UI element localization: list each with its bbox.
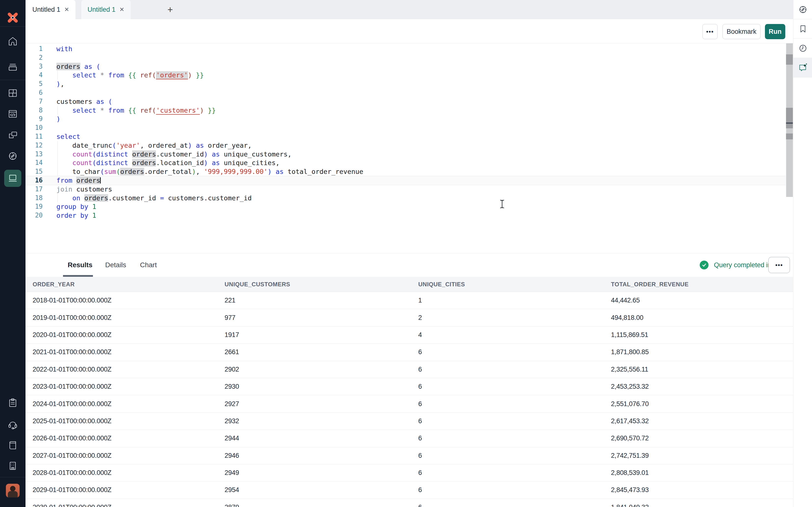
tab-untitled-2[interactable]: Untitled 1 ✕ <box>81 0 131 19</box>
table-row[interactable]: 2030-01-01T00:00:00.000Z287961,841,049.3… <box>26 499 812 507</box>
add-tab-button[interactable]: + <box>163 0 177 19</box>
code-line-5[interactable]: 5), <box>26 79 786 89</box>
code-line-8[interactable]: 8 select * from {{ ref('customers') }} <box>26 106 786 115</box>
table-row[interactable]: 2018-01-01T00:00:00.000Z221144,442.65 <box>26 292 812 309</box>
building-icon[interactable] <box>0 458 26 474</box>
code-window-icon[interactable] <box>0 106 26 122</box>
table-cell: 1,115,869.51 <box>611 331 812 339</box>
code-text: from orders <box>51 176 100 185</box>
tab-chart[interactable]: Chart <box>140 253 157 277</box>
active-tab-underline <box>63 275 93 277</box>
sql-editor[interactable]: 1with23orders as (4 select * from {{ ref… <box>26 43 786 253</box>
table-cell: 1 <box>418 297 611 304</box>
grid-icon[interactable] <box>0 85 26 101</box>
run-button[interactable]: Run <box>765 24 785 39</box>
table-cell: 494,818.00 <box>611 314 812 322</box>
line-number: 18 <box>26 194 51 203</box>
table-row[interactable]: 2020-01-01T00:00:00.000Z191741,115,869.5… <box>26 327 812 344</box>
code-line-1[interactable]: 1with <box>26 45 786 53</box>
clipboard-icon[interactable] <box>0 395 26 411</box>
compass-icon[interactable] <box>0 148 26 164</box>
magic-chat-icon[interactable] <box>793 58 812 77</box>
code-line-19[interactable]: 19group by 1 <box>26 202 786 211</box>
code-text: on orders.customer_id = customers.custom… <box>51 194 252 203</box>
code-line-2[interactable]: 2 <box>26 53 786 62</box>
code-line-20[interactable]: 20order by 1 <box>26 211 786 220</box>
code-line-12[interactable]: 12 date_trunc('year', ordered_at) as ord… <box>26 141 786 150</box>
code-text: select <box>51 132 81 141</box>
windows-icon[interactable] <box>0 127 26 143</box>
table-cell: 2661 <box>224 348 418 356</box>
code-line-3[interactable]: 3orders as ( <box>26 62 786 71</box>
table-row[interactable]: 2028-01-01T00:00:00.000Z294962,808,539.0… <box>26 464 812 482</box>
table-cell: 2018-01-01T00:00:00.000Z <box>33 297 224 304</box>
archive-icon[interactable] <box>0 59 26 75</box>
line-number: 9 <box>26 115 51 123</box>
table-cell: 977 <box>224 314 418 322</box>
column-header[interactable]: UNIQUE_CITIES <box>418 281 611 288</box>
table-row[interactable]: 2025-01-01T00:00:00.000Z293262,617,453.3… <box>26 413 812 430</box>
code-text: date_trunc('year', ordered_at) as order_… <box>51 141 252 150</box>
code-line-16[interactable]: 16from orders <box>26 176 786 185</box>
table-row[interactable]: 2022-01-01T00:00:00.000Z290262,325,556.1… <box>26 361 812 378</box>
bookmark-icon[interactable] <box>793 19 812 39</box>
code-line-17[interactable]: 17join customers <box>26 185 786 194</box>
table-cell: 2,808,539.01 <box>611 469 812 476</box>
column-header[interactable]: UNIQUE_CUSTOMERS <box>224 281 418 288</box>
user-avatar[interactable] <box>6 484 19 498</box>
code-line-15[interactable]: 15 to_char(sum(orders.order_total), '999… <box>26 167 786 176</box>
table-cell: 221 <box>224 297 418 304</box>
home-icon[interactable] <box>0 34 26 49</box>
table-cell: 2028-01-01T00:00:00.000Z <box>33 469 224 476</box>
column-header[interactable]: ORDER_YEAR <box>33 281 224 288</box>
table-cell: 2,617,453.32 <box>611 417 812 425</box>
code-line-18[interactable]: 18 on orders.customer_id = customers.cus… <box>26 194 786 203</box>
scrollbar-occurrence-mark <box>786 54 793 65</box>
tab-details[interactable]: Details <box>105 253 126 277</box>
tab-results[interactable]: Results <box>68 253 92 277</box>
code-text: ), <box>51 79 64 89</box>
more-options-button[interactable]: ••• <box>702 24 718 39</box>
table-row[interactable]: 2023-01-01T00:00:00.000Z293062,453,253.3… <box>26 378 812 395</box>
table-row[interactable]: 2027-01-01T00:00:00.000Z294662,742,751.3… <box>26 447 812 464</box>
results-more-button[interactable]: ••• <box>768 257 790 273</box>
compass-icon[interactable] <box>793 0 812 19</box>
table-row[interactable]: 2024-01-01T00:00:00.000Z292762,551,076.7… <box>26 395 812 412</box>
table-cell: 2927 <box>224 400 418 408</box>
table-cell: 44,442.65 <box>611 297 812 304</box>
code-text: to_char(sum(orders.order_total), '999,99… <box>51 167 363 176</box>
code-line-9[interactable]: 9) <box>26 115 786 123</box>
code-text: select * from {{ ref('orders') }} <box>51 71 204 79</box>
code-line-7[interactable]: 7customers as ( <box>26 97 786 106</box>
table-cell: 2029-01-01T00:00:00.000Z <box>33 486 224 494</box>
line-number: 17 <box>26 185 51 194</box>
code-line-13[interactable]: 13 count(distinct orders.customer_id) as… <box>26 150 786 159</box>
code-line-4[interactable]: 4 select * from {{ ref('orders') }} <box>26 71 786 79</box>
table-row[interactable]: 2021-01-01T00:00:00.000Z266161,871,800.8… <box>26 344 812 361</box>
table-row[interactable]: 2019-01-01T00:00:00.000Z9772494,818.00 <box>26 309 812 326</box>
code-line-14[interactable]: 14 count(distinct orders.location_id) as… <box>26 159 786 167</box>
hex-logo[interactable] <box>0 10 26 25</box>
close-icon[interactable]: ✕ <box>64 6 69 13</box>
table-cell: 2023-01-01T00:00:00.000Z <box>33 383 224 390</box>
results-table[interactable]: 2018-01-01T00:00:00.000Z221144,442.65201… <box>26 292 812 507</box>
code-text: join customers <box>51 185 112 194</box>
terminal-icon-active[interactable] <box>4 170 21 187</box>
close-icon[interactable]: ✕ <box>119 6 124 13</box>
scrollbar-cursor-mark <box>786 122 793 124</box>
code-line-10[interactable]: 10 <box>26 123 786 132</box>
line-number: 3 <box>26 62 51 71</box>
line-number: 12 <box>26 141 51 150</box>
tab-untitled-1[interactable]: Untitled 1 ✕ <box>26 0 75 19</box>
column-header[interactable]: TOTAL_ORDER_REVENUE <box>611 281 812 288</box>
table-row[interactable]: 2026-01-01T00:00:00.000Z294462,690,570.7… <box>26 430 812 447</box>
code-text: select * from {{ ref('customers') }} <box>51 106 216 115</box>
code-line-11[interactable]: 11select <box>26 132 786 141</box>
code-line-6[interactable]: 6 <box>26 89 786 97</box>
bookmark-button[interactable]: Bookmark <box>722 24 761 39</box>
headset-icon[interactable] <box>0 416 26 432</box>
history-clock-icon[interactable] <box>793 39 812 58</box>
table-cell: 6 <box>418 452 611 459</box>
table-row[interactable]: 2029-01-01T00:00:00.000Z295462,845,473.9… <box>26 482 812 499</box>
book-icon[interactable] <box>0 437 26 453</box>
